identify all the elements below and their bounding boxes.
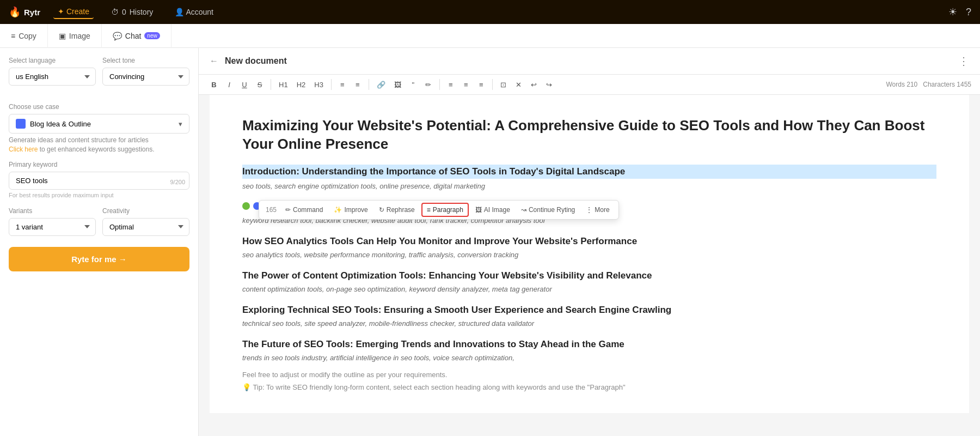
keywords-link[interactable]: Click here [9,146,38,153]
ryte-button[interactable]: Ryte for me → [9,247,189,271]
copy-label: Copy [19,32,36,40]
sun-icon[interactable]: ☀ [948,6,957,18]
section-keywords-5: technical seo tools, site speed analyzer… [242,319,936,328]
chat-badge: new [144,32,160,39]
floating-toolbar: 165 ✏ Command ✨ Improve ↻ Rephrase ≡ [259,200,619,220]
toolbar-sep-1 [271,79,271,90]
table-button[interactable]: ⊡ [497,78,510,91]
chat-label: Chat [125,32,142,40]
image-label: Image [69,32,90,40]
back-icon[interactable]: ← [210,56,218,66]
ordered-list-button[interactable]: ≡ [351,78,364,91]
use-case-select[interactable]: Blog Idea & Outline ▾ [9,114,189,134]
language-label: Select language [9,57,96,64]
help-icon[interactable]: ? [966,7,971,18]
float-rephrase-btn[interactable]: ↻ Rephrase [375,204,419,216]
underline-button[interactable]: U [238,78,251,91]
float-ai-image-btn[interactable]: 🖼 AI Image [471,204,514,216]
language-select[interactable]: us English [9,68,96,86]
word-count: Words 210 [886,81,917,88]
creativity-select[interactable]: Optimal [102,218,189,236]
h1-button[interactable]: H1 [275,78,291,91]
ai-image-icon: 🖼 [475,206,482,214]
paragraph-label: Paragraph [433,206,463,214]
creativity-section: Creativity Optimal [102,207,189,236]
tip-icon: 💡 [242,383,251,391]
float-improve-btn[interactable]: ✨ Improve [329,204,372,216]
sidebar: Select language us English Select tone C… [0,48,199,436]
sec-nav-copy[interactable]: ≡ Copy [0,24,48,48]
unordered-list-button[interactable]: ≡ [336,78,349,91]
tip-text: 💡 Tip: To write SEO friendly long-form c… [242,383,936,391]
command-icon: ✏ [285,206,291,214]
image-button[interactable]: 🖼 [391,78,405,91]
float-more-label: More [595,206,609,214]
chat-icon: 💬 [113,32,122,40]
strikethrough-button[interactable]: S [253,78,266,91]
sec-nav-image[interactable]: ▣ Image [48,24,102,48]
nav-history-label: ⏱ [111,8,119,16]
nav-account[interactable]: 👤 Account [170,5,218,19]
heading-icons [242,202,261,210]
toolbar-sep-4 [439,79,440,90]
redo-button[interactable]: ↪ [543,78,556,91]
variants-section: Variants 1 variant [9,207,96,236]
float-more-icon: ⋮ [586,206,592,214]
highlight-button[interactable]: ✏ [422,78,435,91]
italic-button[interactable]: I [223,78,236,91]
tone-select[interactable]: Convincing [102,68,189,86]
section-heading-1: Introduction: Understanding the Importan… [242,165,936,179]
h3-button[interactable]: H3 [311,78,327,91]
more-icon[interactable]: ⋮ [958,55,969,67]
nav-history[interactable]: ⏱ 0 History [107,5,157,19]
bold-button[interactable]: B [207,78,220,91]
logo[interactable]: 🔥 Rytr [9,6,40,18]
section-heading-3: How SEO Analytics Tools Can Help You Mon… [242,235,936,247]
nav-right: ☀ ? [948,6,971,18]
editor-content: Maximizing Your Website's Potential: A C… [210,95,969,413]
nav-history-count: 0 [122,8,126,16]
keyword-input[interactable] [9,172,189,190]
float-count: 165 [264,206,279,214]
copy-icon: ≡ [11,32,15,40]
top-nav: 🔥 Rytr ✦ Create ⏱ 0 History 👤 Account ☀ … [0,0,980,24]
section-keywords-4: content optimization tools, on-page seo … [242,285,936,293]
clear-format-button[interactable]: ✕ [512,78,525,91]
keyword-label: Primary keyword [9,161,189,168]
keyword-section: Primary keyword 9/200 For best results p… [9,161,189,198]
word-char-count: Words 210 Characters 1455 [886,81,971,88]
toolbar-sep-3 [369,79,369,90]
align-center-button[interactable]: ≡ [460,78,473,91]
variants-select[interactable]: 1 variant [9,218,96,236]
continue-label: Continue Ryting [529,206,575,214]
quote-button[interactable]: " [407,78,420,91]
command-label: Command [293,206,323,214]
keywords-link-suffix: to get enhanced keywords suggestions. [38,146,154,153]
logo-icon: 🔥 [9,6,21,18]
continue-icon: ↝ [521,206,526,214]
section-heading-5: Exploring Technical SEO Tools: Ensuring … [242,304,936,316]
float-continue-btn[interactable]: ↝ Continue Ryting [517,204,579,216]
align-left-button[interactable]: ≡ [444,78,457,91]
sec-nav-chat[interactable]: 💬 Chat new [102,24,171,48]
undo-button[interactable]: ↩ [528,78,541,91]
rephrase-icon: ↻ [379,206,384,214]
nav-create[interactable]: ✦ Create [53,5,94,19]
section-heading-6: The Future of SEO Tools: Emerging Trends… [242,338,936,350]
language-section: Select language us English [9,57,96,86]
green-dot-icon [242,202,250,210]
align-right-button[interactable]: ≡ [475,78,488,91]
tone-label: Select tone [102,57,189,64]
float-paragraph-btn[interactable]: ≡ Paragraph [421,203,469,217]
editor-title: New document [225,56,287,66]
section-keywords-6: trends in seo tools industry, artificial… [242,354,936,362]
float-more-btn[interactable]: ⋮ More [581,204,614,216]
use-case-text: Blog Idea & Outline [30,120,174,128]
h2-button[interactable]: H2 [293,78,309,91]
secondary-nav: ≡ Copy ▣ Image 💬 Chat new [0,24,980,48]
float-command-btn[interactable]: ✏ Command [281,204,327,216]
use-case-description: Generate ideas and content structure for… [9,136,189,154]
keyword-count: 9/200 [170,179,185,185]
link-button[interactable]: 🔗 [373,78,389,91]
editor-area: ← New document ⋮ B I U S H1 H2 H3 ≡ ≡ 🔗 … [199,48,980,436]
